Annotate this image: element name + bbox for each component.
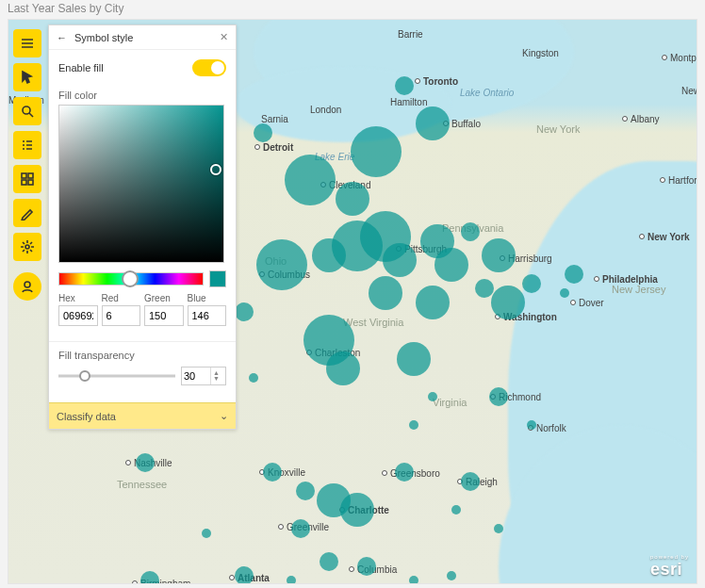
data-bubble[interactable]	[326, 351, 360, 385]
svg-rect-2	[28, 173, 33, 178]
data-bubble[interactable]	[395, 463, 414, 482]
viz-title: Last Year Sales by City	[8, 2, 123, 15]
data-bubble[interactable]	[285, 155, 336, 205]
data-bubble[interactable]	[522, 274, 541, 293]
data-bubble[interactable]	[395, 76, 414, 95]
transparency-input[interactable]	[182, 368, 210, 384]
data-bubble[interactable]	[235, 302, 254, 321]
data-bubble[interactable]	[136, 453, 155, 472]
select-button[interactable]	[13, 63, 41, 91]
menu-button[interactable]	[13, 29, 41, 57]
data-bubble[interactable]	[254, 123, 272, 142]
data-bubble[interactable]	[249, 373, 258, 383]
data-bubble[interactable]	[336, 182, 369, 216]
search-button[interactable]	[13, 97, 41, 125]
data-bubble[interactable]	[320, 552, 338, 571]
data-bubble[interactable]	[428, 392, 437, 401]
hex-input[interactable]	[58, 305, 98, 326]
settings-button[interactable]	[13, 233, 41, 261]
transparency-thumb[interactable]	[79, 370, 90, 382]
data-bubble[interactable]	[409, 420, 418, 430]
data-bubble[interactable]	[140, 571, 159, 584]
city-marker	[639, 234, 645, 239]
data-bubble[interactable]	[416, 106, 450, 140]
city-marker	[349, 566, 354, 572]
basemap-button[interactable]	[13, 165, 41, 193]
blue-input[interactable]	[188, 305, 227, 326]
back-button[interactable]: ←	[57, 32, 67, 43]
data-bubble[interactable]	[357, 557, 376, 576]
data-bubble[interactable]	[409, 576, 418, 584]
data-bubble[interactable]	[397, 342, 431, 376]
draw-button[interactable]	[13, 199, 41, 227]
data-bubble[interactable]	[461, 472, 480, 491]
hue-thumb[interactable]	[122, 270, 139, 287]
state-label: Virginia	[433, 397, 467, 408]
fill-color-label: Fill color	[58, 90, 226, 101]
city-marker	[570, 300, 576, 305]
data-bubble[interactable]	[235, 566, 254, 584]
data-bubble[interactable]	[489, 387, 508, 406]
blue-label: Blue	[188, 293, 227, 303]
city-label: Albany	[631, 114, 660, 124]
city-label: Montpelier	[670, 53, 697, 63]
color-field[interactable]	[58, 105, 224, 263]
city-label: Dover	[579, 298, 604, 308]
data-bubble[interactable]	[491, 286, 525, 319]
enable-fill-label: Enable fill	[58, 62, 104, 74]
city-marker	[125, 460, 131, 466]
city-label: Toronto	[423, 76, 458, 87]
data-bubble[interactable]	[312, 238, 346, 272]
green-input[interactable]	[144, 305, 184, 326]
data-bubble[interactable]	[317, 483, 351, 517]
city-label: Hartford	[668, 175, 697, 186]
data-bubble[interactable]	[291, 519, 310, 538]
city-label: Buffalo	[451, 119, 481, 129]
svg-point-5	[25, 245, 29, 249]
svg-point-0	[23, 106, 30, 114]
red-input[interactable]	[102, 305, 141, 326]
data-bubble[interactable]	[560, 288, 569, 298]
data-bubble[interactable]	[416, 286, 450, 319]
svg-rect-4	[28, 180, 33, 185]
transparency-slider[interactable]	[58, 368, 175, 384]
panel-title: Symbol style	[74, 32, 133, 43]
data-bubble[interactable]	[475, 279, 494, 298]
layers-button[interactable]	[13, 131, 41, 159]
city-marker	[278, 524, 284, 530]
data-bubble[interactable]	[202, 529, 211, 538]
hex-label: Hex	[58, 293, 98, 303]
spinner-arrows[interactable]: ▲▼	[210, 368, 221, 384]
svg-rect-1	[22, 173, 26, 178]
city-marker	[415, 78, 420, 84]
city-marker	[594, 276, 599, 282]
account-button[interactable]	[13, 272, 41, 301]
data-bubble[interactable]	[296, 482, 315, 500]
data-bubble[interactable]	[351, 126, 402, 177]
enable-fill-toggle[interactable]	[192, 59, 226, 76]
data-bubble[interactable]	[565, 265, 583, 284]
hue-slider[interactable]	[58, 272, 204, 286]
symbol-style-panel: ← Symbol style ✕ Enable fill Fill color …	[48, 24, 237, 430]
data-bubble[interactable]	[461, 222, 480, 241]
data-bubble[interactable]	[527, 420, 536, 430]
current-swatch	[209, 270, 226, 287]
color-field-cursor[interactable]	[210, 164, 221, 175]
data-bubble[interactable]	[494, 524, 503, 533]
green-label: Green	[144, 293, 184, 303]
chevron-down-icon: ⌄	[220, 410, 228, 422]
map-canvas[interactable]: BarrieKingstonMontpelierTorontoLake Onta…	[8, 19, 697, 584]
svg-rect-3	[22, 180, 26, 185]
data-bubble[interactable]	[420, 224, 454, 258]
data-bubble[interactable]	[369, 276, 402, 310]
classify-data-section[interactable]: Classify data ⌄	[49, 402, 236, 429]
data-bubble[interactable]	[482, 238, 516, 272]
red-label: Red	[102, 293, 141, 303]
data-bubble[interactable]	[256, 239, 307, 290]
close-button[interactable]: ✕	[220, 31, 228, 43]
data-bubble[interactable]	[263, 463, 282, 482]
data-bubble[interactable]	[451, 505, 461, 514]
data-bubble[interactable]	[447, 571, 456, 580]
data-bubble[interactable]	[383, 243, 417, 277]
data-bubble[interactable]	[287, 576, 296, 584]
